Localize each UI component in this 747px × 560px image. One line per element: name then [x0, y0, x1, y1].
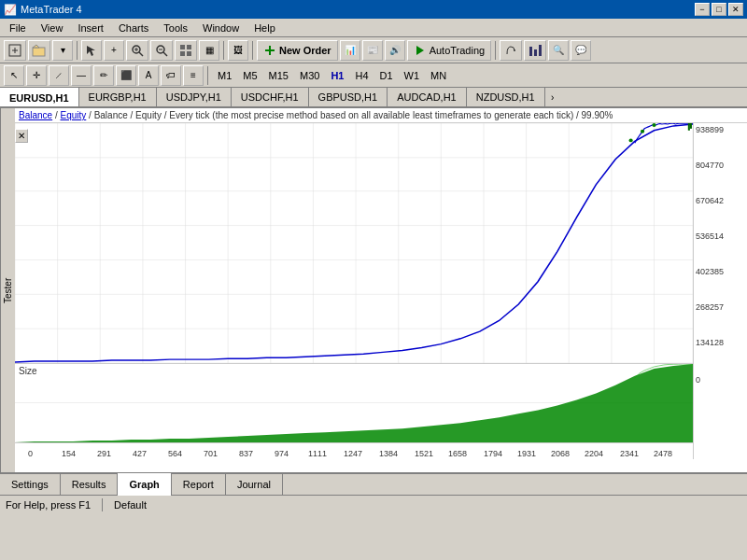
close-chart-button[interactable]: ✕ — [15, 129, 28, 143]
balance-link[interactable]: Balance — [19, 110, 52, 120]
signals-button[interactable] — [500, 40, 522, 61]
tf-h1[interactable]: H1 — [325, 68, 349, 83]
svg-rect-3 — [33, 48, 45, 56]
cross-tool[interactable]: ✛ — [26, 65, 47, 86]
properties-button[interactable] — [175, 40, 197, 61]
sym-tab-audcad[interactable]: AUDCAD,H1 — [388, 88, 467, 107]
crosshair-tool[interactable]: + — [104, 40, 124, 61]
sym-tab-nzdusd[interactable]: NZDUSD,H1 — [467, 88, 545, 107]
text-tool[interactable]: A — [138, 65, 159, 86]
tf-w1[interactable]: W1 — [399, 68, 426, 83]
tf-m1[interactable]: M1 — [212, 68, 237, 83]
tf-d1[interactable]: D1 — [374, 68, 399, 83]
svg-text:1521: 1521 — [415, 449, 433, 458]
svg-text:0: 0 — [28, 449, 33, 458]
x-axis-svg: 0 154 291 427 564 701 837 974 1111 1247 … — [17, 445, 693, 462]
new-chart-button[interactable] — [4, 40, 26, 61]
toolbar-drawing: ↖ ✛ ⟋ — ✏ ⬛ A 🏷 ≡ M1 M5 M15 M30 H1 H4 D1… — [0, 63, 747, 88]
open-button[interactable] — [28, 40, 50, 61]
tab-journal[interactable]: Journal — [226, 473, 283, 496]
zoom-out-button[interactable] — [150, 40, 173, 61]
tab-settings[interactable]: Settings — [0, 473, 61, 496]
sym-tab-usdjpy[interactable]: USDJPY,H1 — [157, 88, 232, 107]
grid-button[interactable]: ▦ — [199, 40, 219, 61]
maximize-button[interactable]: □ — [712, 3, 726, 16]
sym-tab-usdchf[interactable]: USDCHF,H1 — [232, 88, 309, 107]
autotrading-button[interactable]: AutoTrading — [407, 40, 492, 61]
svg-text:1658: 1658 — [448, 449, 467, 458]
tf-m30[interactable]: M30 — [294, 68, 325, 83]
y-axis-svg: 938899 804770 670642 536514 402385 26825… — [694, 123, 747, 459]
chat-button[interactable]: 💬 — [571, 40, 591, 61]
tf-mn[interactable]: MN — [425, 68, 452, 83]
menu-insert[interactable]: Insert — [70, 21, 111, 35]
sep1 — [77, 41, 78, 60]
svg-text:804770: 804770 — [696, 161, 724, 170]
menu-view[interactable]: View — [34, 21, 71, 35]
minimize-button[interactable]: − — [695, 3, 710, 16]
indicators-button[interactable] — [524, 40, 546, 61]
more-tool[interactable]: ≡ — [183, 65, 204, 86]
svg-marker-4 — [33, 45, 39, 48]
svg-rect-23 — [539, 45, 542, 56]
sym-tab-scroll-right[interactable]: › — [545, 88, 560, 107]
help-text: For Help, press F1 — [6, 499, 91, 511]
svg-rect-15 — [180, 51, 185, 56]
cursor-tool[interactable] — [81, 40, 102, 61]
tab-graph[interactable]: Graph — [118, 473, 171, 496]
arrow-tool[interactable]: ↖ — [4, 65, 24, 86]
menu-tools[interactable]: Tools — [156, 21, 195, 35]
hline-tool[interactable]: — — [71, 65, 92, 86]
label-tool[interactable]: 🏷 — [161, 65, 181, 86]
chart-area: Balance / Equity / Balance / Equity / Ev… — [15, 108, 747, 472]
balance-line-end — [635, 123, 693, 143]
svg-text:2204: 2204 — [585, 449, 603, 458]
menu-charts[interactable]: Charts — [111, 21, 156, 35]
title-bar: 📈 MetaTrader 4 − □ ✕ — [0, 0, 747, 19]
menu-file[interactable]: File — [2, 21, 34, 35]
tf-h4[interactable]: H4 — [349, 68, 374, 83]
svg-point-20 — [514, 49, 515, 51]
svg-text:974: 974 — [275, 449, 289, 458]
svg-text:268257: 268257 — [696, 302, 724, 312]
svg-text:1111: 1111 — [308, 449, 327, 458]
news-button[interactable]: 📰 — [362, 40, 383, 61]
tab-report[interactable]: Report — [172, 473, 226, 496]
svg-text:154: 154 — [62, 449, 76, 458]
svg-text:2341: 2341 — [620, 449, 639, 458]
search-button[interactable]: 🔍 — [548, 40, 569, 61]
tf-m15[interactable]: M15 — [263, 68, 294, 83]
equity-link[interactable]: Equity — [60, 110, 86, 120]
history-center-button[interactable]: 📊 — [340, 40, 360, 61]
size-chart: Size — [15, 363, 693, 442]
sym-tab-gbpusd[interactable]: GBPUSD,H1 — [309, 88, 388, 107]
screenshot-button[interactable]: 🖼 — [228, 40, 248, 61]
shapes-tool[interactable]: ⬛ — [116, 65, 136, 86]
save-button[interactable]: ▾ — [52, 40, 73, 61]
line-tool[interactable]: ⟋ — [49, 65, 69, 86]
svg-text:1931: 1931 — [517, 449, 536, 458]
svg-text:1794: 1794 — [484, 449, 502, 458]
sep4 — [495, 41, 496, 60]
trade-mark-2 — [641, 130, 644, 133]
svg-text:938899: 938899 — [696, 125, 724, 134]
tf-m5[interactable]: M5 — [237, 68, 262, 83]
menu-help[interactable]: Help — [247, 21, 283, 35]
svg-text:427: 427 — [133, 449, 147, 458]
sym-tab-eurgbp[interactable]: EURGBP,H1 — [79, 88, 157, 107]
svg-text:291: 291 — [97, 449, 111, 458]
sep2 — [223, 41, 224, 60]
new-order-button[interactable]: New Order — [257, 40, 338, 61]
y-axis: 938899 804770 670642 536514 402385 26825… — [693, 123, 747, 459]
close-button[interactable]: ✕ — [728, 3, 743, 16]
pen-tool[interactable]: ✏ — [93, 65, 114, 86]
menu-window[interactable]: Window — [195, 21, 247, 35]
app-title: MetaTrader 4 — [21, 4, 82, 15]
tab-results[interactable]: Results — [61, 473, 119, 496]
zoom-in-button[interactable] — [126, 40, 148, 61]
audio-button[interactable]: 🔊 — [385, 40, 405, 61]
sym-tab-eurusd[interactable]: EURUSD,H1 — [0, 88, 79, 107]
tester-sidebar[interactable]: Tester — [0, 108, 15, 472]
bottom-tabs: Settings Results Graph Report Journal — [0, 472, 747, 495]
app-icon: 📈 — [4, 4, 17, 16]
